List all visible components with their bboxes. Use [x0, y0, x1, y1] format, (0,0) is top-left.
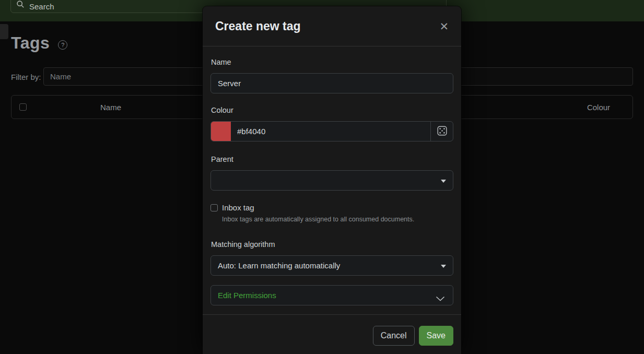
sidebar-edge: [0, 24, 8, 39]
page-title: Tags: [11, 33, 50, 53]
dice-icon: [437, 126, 447, 137]
dialog-footer: Cancel Save: [203, 314, 461, 353]
dialog-header: Create new tag ✕: [203, 6, 461, 46]
name-input[interactable]: [210, 73, 453, 93]
search-placeholder: Search: [29, 2, 54, 11]
inbox-tag-hint: Inbox tags are automatically assigned to…: [222, 216, 453, 223]
name-label: Name: [211, 58, 453, 66]
close-icon[interactable]: ✕: [438, 20, 450, 33]
matching-algorithm-value: Auto: Learn matching automatically: [218, 261, 340, 270]
colour-swatch: [211, 122, 231, 141]
colour-label: Colour: [211, 106, 453, 114]
dialog-title: Create new tag: [215, 19, 301, 33]
column-header-colour[interactable]: Colour: [587, 103, 610, 112]
matching-algorithm-select[interactable]: Auto: Learn matching automatically: [210, 255, 453, 276]
caret-down-icon: [441, 180, 446, 183]
parent-select[interactable]: [210, 170, 453, 191]
filter-by-label: Filter by:: [11, 73, 41, 81]
dialog-body: Name Colour: [203, 46, 461, 305]
app-screen: Search Tags ? Filter by: Name Colour Cre…: [0, 0, 644, 354]
colour-hex-input[interactable]: [231, 122, 430, 141]
chevron-down-icon: [436, 294, 445, 303]
caret-down-icon: [441, 265, 446, 268]
select-all-checkbox[interactable]: [19, 103, 27, 111]
search-icon: [16, 0, 25, 10]
edit-permissions-label: Edit Permissions: [218, 291, 276, 300]
matching-algorithm-label: Matching algorithm: [211, 240, 453, 249]
help-icon[interactable]: ?: [58, 40, 67, 50]
inbox-tag-label: Inbox tag: [222, 203, 254, 212]
create-tag-dialog: Create new tag ✕ Name Colour: [203, 6, 461, 354]
colour-input-group: [210, 121, 453, 141]
parent-label: Parent: [211, 155, 453, 163]
random-colour-button[interactable]: [430, 122, 453, 141]
column-header-name[interactable]: Name: [100, 103, 121, 112]
edit-permissions-accordion[interactable]: Edit Permissions: [210, 285, 453, 305]
save-button[interactable]: Save: [419, 326, 453, 346]
inbox-tag-checkbox[interactable]: [210, 204, 218, 211]
cancel-button[interactable]: Cancel: [373, 326, 415, 346]
